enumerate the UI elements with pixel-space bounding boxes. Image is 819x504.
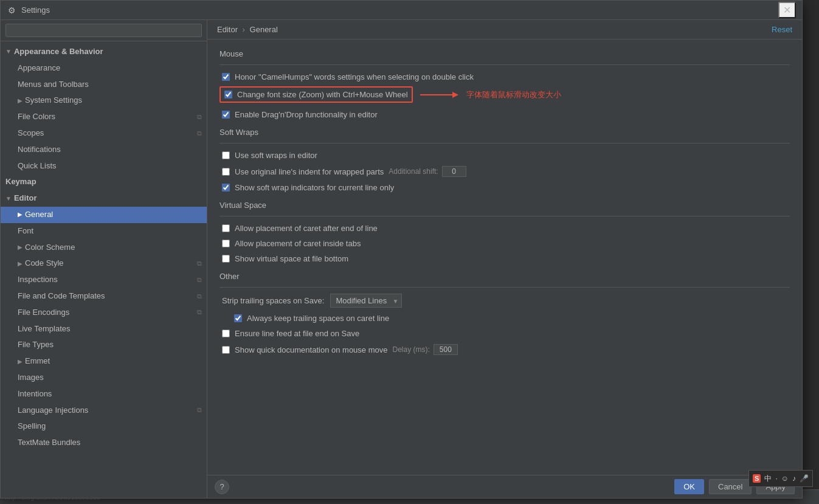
checkbox-soft-wraps-row: Use soft wraps in editor [219,150,790,161]
checkbox-camelhumps-row: Honor "CamelHumps" words settings when s… [219,71,790,83]
sidebar: ▼ Appearance & Behavior Appearance Menus… [1,20,207,498]
mouse-section-label: Mouse [219,49,790,58]
sidebar-item-general[interactable]: ▶ General [1,207,207,223]
sidebar-item-label: Language Injections [18,404,88,417]
checkbox-original-indent-row: Use original line's indent for wrapped p… [219,165,790,178]
checkbox-zoom-label: Change font size (Zoom) with Ctrl+Mouse … [237,90,408,99]
sidebar-item-label: Color Scheme [25,241,75,254]
checkbox-quick-doc-label: Show quick documentation on mouse move [235,345,387,354]
checkbox-wrap-indicators[interactable] [222,184,230,192]
copy-icon: ⧉ [197,405,202,416]
breadcrumb-part2: General [250,25,278,34]
sidebar-item-file-types[interactable]: File Types [1,337,207,353]
dialog-footer: ? OK Cancel Apply [207,475,802,498]
sidebar-item-file-colors[interactable]: File Colors ⧉ [1,109,207,125]
sidebar-item-inspections[interactable]: Inspections ⧉ [1,272,207,288]
strip-trailing-dropdown[interactable]: None Modified Lines All [330,294,402,308]
sidebar-item-code-style[interactable]: ▶ Code Style ⧉ [1,255,207,272]
content-area: Mouse Honor "CamelHumps" words settings … [207,40,802,475]
sidebar-item-color-scheme[interactable]: ▶ Color Scheme [1,240,207,256]
sidebar-item-label: General [25,209,53,221]
sidebar-item-spelling[interactable]: Spelling [1,418,207,435]
sidebar-item-label: System Settings [25,94,82,107]
sidebar-item-editor[interactable]: ▼ Editor [1,190,207,207]
sidebar-item-label: Inspections [18,274,58,286]
checkbox-original-indent-label: Use original line's indent for wrapped p… [235,167,384,176]
expand-arrow: ▼ [5,194,12,204]
checkbox-virtual-space-bottom[interactable] [222,255,230,263]
other-divider [219,287,790,288]
checkbox-quick-doc-row: Show quick documentation on mouse move D… [219,343,790,356]
sidebar-item-textmate-bundles[interactable]: TextMate Bundles [1,435,207,451]
close-button[interactable]: ✕ [778,2,796,18]
sidebar-item-quick-lists[interactable]: Quick Lists [1,158,207,174]
sogou-logo: S [753,474,761,483]
delay-input[interactable] [434,344,458,355]
sidebar-item-system-settings[interactable]: ▶ System Settings [1,92,207,109]
sidebar-item-file-encodings[interactable]: File Encodings ⧉ [1,305,207,321]
title-bar: ⚙ Settings ✕ [1,1,802,20]
sidebar-item-appearance-behavior[interactable]: ▼ Appearance & Behavior [1,44,207,60]
sidebar-item-label: Appearance [18,62,60,75]
sidebar-item-intentions[interactable]: Intentions [1,386,207,402]
sidebar-item-file-code-templates[interactable]: File and Code Templates ⧉ [1,288,207,305]
sidebar-item-appearance[interactable]: Appearance [1,60,207,77]
reset-button[interactable]: Reset [772,25,792,34]
annotation-text: 字体随着鼠标滑动改变大小 [466,89,561,100]
sidebar-item-menus-toolbars[interactable]: Menus and Toolbars [1,77,207,93]
mouse-divider [219,64,790,65]
checkbox-caret-tabs-label: Allow placement of caret inside tabs [235,239,361,248]
sidebar-item-font[interactable]: Font [1,223,207,240]
sidebar-item-label: Code Style [25,257,64,270]
expand-arrow: ▶ [18,96,22,106]
sidebar-item-label: Spelling [18,420,46,433]
checkbox-zoom[interactable] [224,91,232,98]
other-section-label: Other [219,272,790,281]
copy-icon: ⧉ [197,128,202,139]
checkbox-camelhumps[interactable] [222,73,230,81]
footer-left: ? [215,480,229,494]
checkbox-keep-trailing[interactable] [234,314,242,322]
checkbox-caret-tabs[interactable] [222,240,230,247]
cancel-button[interactable]: Cancel [709,479,752,494]
arrow-line [420,94,457,95]
search-input[interactable] [5,24,202,37]
strip-select-wrapper: None Modified Lines All [330,294,402,308]
sidebar-item-images[interactable]: Images [1,370,207,386]
dialog-icon: ⚙ [7,5,16,15]
sidebar-item-live-templates[interactable]: Live Templates [1,321,207,337]
copy-icon: ⧉ [197,258,202,269]
sidebar-item-label: Live Templates [18,323,70,336]
checkbox-caret-end[interactable] [222,224,230,232]
virtual-space-divider [219,216,790,216]
checkbox-soft-wraps[interactable] [222,151,230,159]
copy-icon: ⧉ [197,291,202,302]
sogou-input-mode[interactable]: 中 [764,474,772,484]
sogou-mic[interactable]: 🎤 [800,474,809,483]
sidebar-item-notifications[interactable]: Notifications [1,142,207,158]
sidebar-item-label: Keymap [5,176,36,188]
expand-arrow: ▶ [18,259,22,269]
annotation-arrow [420,94,457,95]
checkbox-quick-doc[interactable] [222,346,230,354]
checkbox-wrap-indicators-label: Show soft wrap indicators for current li… [235,183,394,192]
sidebar-item-label: Editor [14,192,37,205]
checkbox-soft-wraps-label: Use soft wraps in editor [235,151,317,160]
sidebar-item-label: Images [18,371,44,384]
sidebar-item-language-injections[interactable]: Language Injections ⧉ [1,402,207,419]
sogou-music[interactable]: ♪ [792,474,796,483]
ok-button[interactable]: OK [674,479,704,494]
checkbox-dragndrop[interactable] [222,111,230,119]
sidebar-item-label: Appearance & Behavior [14,46,103,58]
help-button[interactable]: ? [215,480,229,494]
additional-shift-input[interactable] [442,166,466,177]
checkbox-linefeed-label: Ensure line feed at file end on Save [235,329,359,338]
soft-wraps-divider [219,143,790,143]
checkbox-linefeed[interactable] [222,330,230,337]
sidebar-item-emmet[interactable]: ▶ Emmet [1,353,207,370]
sidebar-item-keymap[interactable]: Keymap [1,174,207,190]
expand-arrow: ▶ [18,210,22,219]
sidebar-item-scopes[interactable]: Scopes ⧉ [1,125,207,142]
checkbox-original-indent[interactable] [222,168,230,176]
sogou-emoji[interactable]: ☺ [781,474,789,483]
